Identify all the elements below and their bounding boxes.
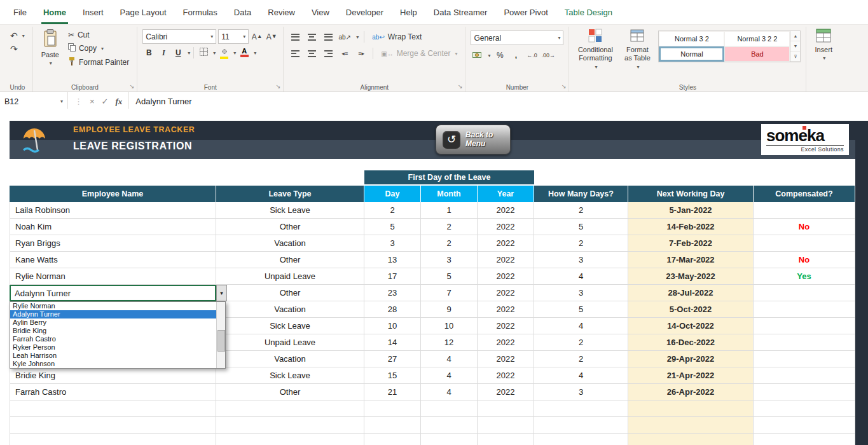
dropdown-item[interactable]: Aylin Berry	[10, 318, 217, 327]
cell-comp[interactable]	[754, 318, 855, 334]
gallery-more-button[interactable]: ⊽	[790, 51, 800, 62]
cell-year[interactable]: 2022	[478, 268, 534, 285]
font-size-select[interactable]: 11▾	[218, 29, 249, 44]
name-box[interactable]: B12▾	[0, 92, 68, 111]
cell-day[interactable]	[364, 400, 421, 417]
cell-next[interactable]: 5-Oct-2022	[628, 301, 754, 318]
decrease-indent-button[interactable]: ◂≡	[338, 47, 351, 60]
cell-month[interactable]: 1	[421, 202, 478, 219]
cell-comp[interactable]	[754, 417, 855, 434]
decrease-font-size-button[interactable]: A▼	[265, 31, 278, 43]
number-format-select[interactable]: General▾	[471, 31, 563, 45]
cell-type[interactable]: Vacation	[216, 351, 364, 367]
cell-comp[interactable]	[754, 202, 855, 219]
font-color-button[interactable]: A	[238, 46, 251, 59]
ribbon-tab-review[interactable]: Review	[259, 0, 303, 24]
cell-year[interactable]: 2022	[478, 235, 534, 252]
cell-type[interactable]: Other	[216, 219, 364, 235]
cell-month[interactable]: 2	[421, 235, 478, 252]
cell-year[interactable]: 2022	[478, 351, 534, 367]
cell-days[interactable]: 3	[534, 384, 628, 400]
column-header-next-working-day[interactable]: Next Working Day	[628, 186, 754, 202]
cell-days[interactable]	[534, 417, 628, 434]
data-validation-arrow-button[interactable]: ▼	[216, 285, 227, 301]
align-center-button[interactable]	[305, 47, 318, 60]
confirm-entry-icon[interactable]: ✓	[102, 97, 109, 106]
cell-next[interactable]: 7-Feb-2022	[628, 235, 754, 252]
insert-function-icon[interactable]: fx	[116, 97, 123, 107]
cell-next[interactable]: 29-Apr-2022	[628, 351, 754, 367]
cell-next[interactable]: 26-Apr-2022	[628, 384, 754, 400]
dropdown-item[interactable]: Leah Harrison	[10, 352, 217, 360]
cell-month[interactable]: 4	[421, 367, 478, 384]
cell-next[interactable]: 17-Mar-2022	[628, 252, 754, 268]
style-bad[interactable]: Bad	[724, 46, 790, 62]
align-left-button[interactable]	[289, 47, 301, 60]
ribbon-tab-page-layout[interactable]: Page Layout	[112, 0, 175, 24]
cell-comp[interactable]	[754, 384, 855, 400]
cell-year[interactable]	[478, 417, 534, 434]
cell-days[interactable]: 3	[534, 285, 628, 301]
cell-comp[interactable]: No	[754, 252, 855, 268]
cell-day[interactable]: 28	[364, 301, 421, 318]
cell-next[interactable]: 16-Dec-2022	[628, 334, 754, 351]
cell-type[interactable]: Other	[216, 252, 364, 268]
column-header-compensated-[interactable]: Compensated?	[754, 186, 855, 202]
cell-comp[interactable]	[754, 351, 855, 367]
cell-month[interactable]	[421, 417, 478, 434]
cell-name[interactable]: Laila Robinson	[10, 202, 216, 219]
redo-button[interactable]: ↷	[8, 43, 27, 55]
cell-days[interactable]: 4	[534, 318, 628, 334]
dropdown-item[interactable]: Adalynn Turner	[10, 310, 217, 318]
cell-month[interactable]: 2	[421, 219, 478, 235]
increase-font-size-button[interactable]: A▲	[251, 31, 263, 43]
cell-comp[interactable]	[754, 367, 855, 384]
format-as-table-button[interactable]: Format as Table ▾	[619, 28, 655, 71]
cell-next[interactable]	[628, 417, 754, 434]
borders-button[interactable]	[197, 46, 210, 59]
cell-days[interactable]: 5	[534, 219, 628, 235]
fill-color-button[interactable]	[217, 46, 230, 59]
undo-button[interactable]: ↶▾	[8, 30, 27, 41]
cell-name[interactable]: Bridie King	[10, 367, 216, 384]
bold-button[interactable]: B	[142, 46, 155, 59]
cell-month[interactable]	[421, 434, 478, 445]
cell-year[interactable]: 2022	[478, 384, 534, 400]
ribbon-tab-data-streamer[interactable]: Data Streamer	[425, 0, 496, 24]
cell-day[interactable]	[364, 417, 421, 434]
ribbon-tab-view[interactable]: View	[303, 0, 338, 24]
cell-next[interactable]	[628, 400, 754, 417]
cell-comp[interactable]	[754, 334, 855, 351]
cell-days[interactable]: 2	[534, 235, 628, 252]
cell-days[interactable]: 4	[534, 367, 628, 384]
cell-day[interactable]: 3	[364, 235, 421, 252]
cell-year[interactable]: 2022	[478, 252, 534, 268]
merge-center-button[interactable]: ▣↔Merge & Center▾	[378, 48, 460, 59]
font-name-select[interactable]: Calibri▾	[142, 29, 216, 44]
cell-day[interactable]: 17	[364, 268, 421, 285]
ribbon-tab-help[interactable]: Help	[392, 0, 425, 24]
cell-type[interactable]: Vacation	[216, 301, 364, 318]
column-header-month[interactable]: Month	[421, 186, 478, 202]
cell-month[interactable]: 10	[421, 318, 478, 334]
cancel-entry-icon[interactable]: ×	[90, 97, 95, 106]
dropdown-scrollbar-thumb[interactable]	[217, 330, 225, 352]
cell-month[interactable]: 12	[421, 334, 478, 351]
cell-year[interactable]: 2022	[478, 219, 534, 235]
cell-year[interactable]: 2022	[478, 202, 534, 219]
cell-comp[interactable]	[754, 235, 855, 252]
cell-month[interactable]: 4	[421, 351, 478, 367]
column-header-leave-type[interactable]: Leave Type	[216, 186, 364, 202]
column-header-day[interactable]: Day	[364, 186, 421, 202]
ribbon-tab-formulas[interactable]: Formulas	[175, 0, 226, 24]
cell-next[interactable]: 21-Apr-2022	[628, 367, 754, 384]
gallery-down-button[interactable]: ▼	[790, 41, 800, 51]
cell-comp[interactable]	[754, 301, 855, 318]
cell-type[interactable]: Sick Leave	[216, 367, 364, 384]
cell-name[interactable]	[10, 417, 216, 434]
cell-comp[interactable]: No	[754, 219, 855, 235]
cell-name[interactable]: Ryan Briggs	[10, 235, 216, 252]
format-painter-button[interactable]: Format Painter	[65, 56, 132, 69]
formula-bar-value[interactable]: Adalynn Turner	[129, 92, 191, 111]
ribbon-tab-data[interactable]: Data	[226, 0, 259, 24]
